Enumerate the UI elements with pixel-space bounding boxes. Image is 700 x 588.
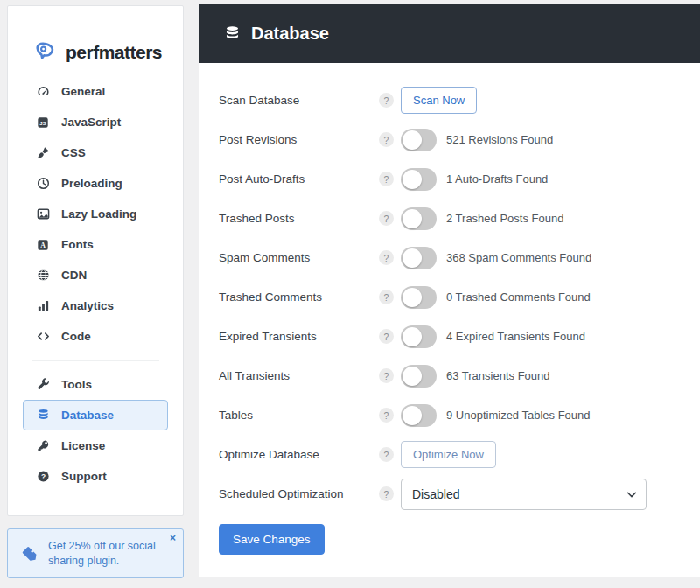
font-icon: A — [36, 238, 50, 252]
toggle-status: 1 Auto-Drafts Found — [446, 172, 548, 186]
sidebar-item-license[interactable]: License — [23, 430, 168, 461]
perfmatters-logo-icon — [32, 40, 58, 64]
page-title: Database — [251, 24, 329, 44]
sidebar-item-label: CSS — [61, 146, 86, 159]
help-icon[interactable]: ? — [379, 290, 394, 304]
post-auto-drafts-toggle[interactable] — [401, 168, 437, 191]
toggle-status: 63 Transients Found — [446, 369, 550, 382]
svg-text:?: ? — [40, 472, 45, 481]
wrench-icon — [36, 378, 50, 392]
post-revisions-toggle[interactable] — [401, 129, 437, 151]
help-icon[interactable]: ? — [379, 250, 394, 265]
code-icon — [36, 330, 50, 344]
setting-label: All Transients — [219, 369, 379, 382]
setting-row-tables: Tables ? 9 Unoptimized Tables Found — [219, 396, 700, 435]
question-circle-icon: ? — [36, 470, 50, 484]
setting-row-all-transients: All Transients ? 63 Transients Found — [219, 356, 700, 396]
sidebar: perfmatters General JS JavaScript CSS — [7, 5, 184, 516]
tag-icon — [21, 545, 38, 563]
sidebar-item-label: Code — [61, 330, 91, 343]
setting-label: Optimize Database — [219, 448, 379, 461]
sidebar-item-general[interactable]: General — [23, 76, 168, 107]
scan-now-button[interactable]: Scan Now — [401, 87, 477, 114]
sidebar-item-label: Database — [61, 409, 114, 422]
setting-label: Scan Database — [219, 94, 379, 107]
bar-chart-icon — [36, 299, 50, 313]
sidebar-divider — [32, 360, 159, 361]
spam-comments-toggle[interactable] — [401, 247, 437, 270]
setting-label: Trashed Posts — [219, 212, 379, 225]
setting-label: Trashed Comments — [219, 290, 379, 304]
page-header: Database — [200, 4, 700, 63]
setting-row-post-auto-drafts: Post Auto-Drafts ? 1 Auto-Drafts Found — [219, 159, 700, 199]
sidebar-item-label: Tools — [61, 378, 92, 391]
setting-row-expired-transients: Expired Transients ? 4 Expired Transient… — [219, 317, 700, 356]
sidebar-item-label: Lazy Loading — [61, 207, 136, 220]
toggle-status: 2 Trashed Posts Found — [446, 212, 564, 225]
help-icon[interactable]: ? — [379, 93, 394, 108]
scheduled-optimization-dropdown[interactable]: Disabled — [401, 479, 647, 510]
toggle-status: 0 Trashed Comments Found — [446, 290, 591, 304]
help-icon[interactable]: ? — [379, 132, 394, 147]
sidebar-item-javascript[interactable]: JS JavaScript — [23, 107, 168, 137]
database-icon — [36, 409, 50, 423]
setting-row-scan-database: Scan Database ? Scan Now — [219, 80, 700, 120]
javascript-icon: JS — [36, 116, 50, 130]
help-icon[interactable]: ? — [379, 329, 394, 344]
setting-row-spam-comments: Spam Comments ? 368 Spam Comments Found — [219, 238, 700, 277]
sidebar-item-tools[interactable]: Tools — [23, 369, 168, 400]
help-icon[interactable]: ? — [379, 211, 394, 226]
sidebar-item-analytics[interactable]: Analytics — [23, 290, 168, 321]
sidebar-item-cdn[interactable]: CDN — [23, 260, 168, 290]
save-changes-button[interactable]: Save Changes — [219, 524, 325, 555]
brush-icon — [36, 146, 50, 160]
sidebar-item-css[interactable]: CSS — [23, 137, 168, 168]
setting-row-trashed-comments: Trashed Comments ? 0 Trashed Comments Fo… — [219, 277, 700, 317]
image-icon — [36, 207, 50, 221]
setting-row-optimize-database: Optimize Database ? Optimize Now — [219, 435, 700, 474]
key-icon — [36, 439, 50, 453]
sidebar-item-database[interactable]: Database — [23, 400, 168, 430]
globe-icon — [36, 269, 50, 283]
brand: perfmatters — [8, 6, 183, 76]
sidebar-item-preloading[interactable]: Preloading — [23, 168, 168, 199]
sidebar-item-label: Support — [61, 470, 107, 483]
setting-row-trashed-posts: Trashed Posts ? 2 Trashed Posts Found — [219, 199, 700, 238]
help-icon[interactable]: ? — [379, 447, 394, 462]
sidebar-item-fonts[interactable]: A Fonts — [23, 229, 168, 260]
setting-label: Expired Transients — [219, 330, 379, 343]
sidebar-item-label: Analytics — [61, 299, 114, 312]
sidebar-item-lazy-loading[interactable]: Lazy Loading — [23, 199, 168, 229]
promo-text: Get 25% off our social sharing plugin. — [48, 539, 172, 569]
toggle-status: 4 Expired Transients Found — [446, 330, 585, 343]
svg-text:JS: JS — [39, 119, 46, 125]
sidebar-item-label: Fonts — [61, 238, 94, 251]
scheduled-optimization-select[interactable]: Disabled — [401, 479, 647, 510]
svg-text:A: A — [40, 242, 46, 249]
sidebar-item-code[interactable]: Code — [23, 321, 168, 352]
help-icon[interactable]: ? — [379, 486, 394, 501]
sidebar-item-support[interactable]: ? Support — [23, 461, 168, 492]
setting-label: Tables — [219, 409, 379, 422]
toggle-status: 368 Spam Comments Found — [446, 251, 592, 264]
setting-label: Scheduled Optimization — [219, 487, 379, 500]
clock-icon — [36, 177, 50, 191]
toggle-status: 521 Revisions Found — [446, 133, 553, 146]
setting-label: Spam Comments — [219, 251, 379, 264]
help-icon[interactable]: ? — [379, 172, 394, 186]
help-icon[interactable]: ? — [379, 408, 394, 423]
database-icon — [224, 25, 241, 42]
trashed-posts-toggle[interactable] — [401, 207, 437, 230]
close-icon[interactable]: × — [170, 532, 176, 544]
expired-transients-toggle[interactable] — [401, 326, 437, 348]
tables-toggle[interactable] — [401, 404, 437, 427]
sidebar-item-label: CDN — [61, 269, 87, 282]
all-transients-toggle[interactable] — [401, 365, 437, 388]
sidebar-item-label: General — [61, 85, 105, 98]
optimize-now-button[interactable]: Optimize Now — [401, 441, 496, 468]
trashed-comments-toggle[interactable] — [401, 286, 437, 309]
gauge-icon — [36, 85, 50, 99]
help-icon[interactable]: ? — [379, 368, 394, 383]
setting-label: Post Auto-Drafts — [219, 172, 379, 186]
settings-form: Scan Database ? Scan Now Post Revisions … — [200, 63, 700, 514]
